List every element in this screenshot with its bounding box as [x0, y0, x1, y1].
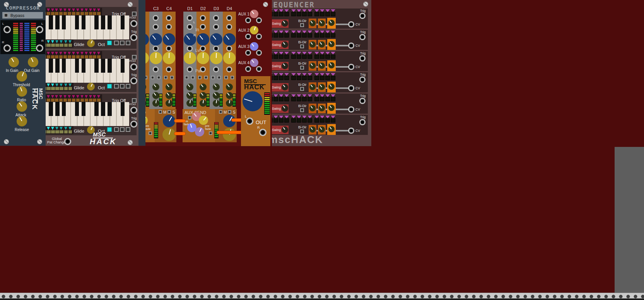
step-button[interactable]	[284, 118, 289, 123]
step-cell[interactable]	[320, 73, 325, 80]
step-button[interactable]	[302, 33, 307, 38]
step-cell[interactable]	[68, 95, 71, 102]
mute-button[interactable]	[211, 76, 215, 79]
trig-out-port[interactable]	[130, 77, 137, 84]
piano-black-key[interactable]	[49, 59, 53, 73]
step-cell[interactable]	[59, 52, 63, 58]
mute-button[interactable]	[224, 76, 228, 79]
eq-mid-knob[interactable]	[186, 92, 193, 99]
pattern-cell[interactable]	[47, 127, 51, 133]
step-button[interactable]	[307, 76, 312, 80]
step-button[interactable]	[72, 12, 75, 15]
pattern-button[interactable]	[55, 87, 59, 90]
in-r-port[interactable]	[153, 24, 159, 30]
oct-select[interactable]	[126, 41, 130, 45]
cv-knob-3[interactable]	[328, 41, 335, 47]
eq-mid-knob[interactable]	[200, 92, 207, 99]
pattern-cell[interactable]	[68, 40, 72, 47]
pan-knob[interactable]	[150, 52, 162, 64]
solo-button[interactable]	[204, 76, 208, 79]
step-cell[interactable]	[291, 9, 296, 16]
step-cell[interactable]	[314, 31, 319, 38]
step-cell[interactable]	[63, 95, 67, 102]
step-button[interactable]	[331, 33, 335, 38]
step-button[interactable]	[279, 118, 284, 123]
level-cv-port[interactable]	[187, 46, 193, 51]
step-button[interactable]	[320, 55, 325, 59]
piano-black-key[interactable]	[55, 59, 59, 73]
step-button[interactable]	[331, 118, 335, 123]
step-button[interactable]	[273, 12, 278, 16]
pan-cv-port[interactable]	[166, 66, 172, 72]
eq-low-knob[interactable]	[200, 100, 207, 107]
aux1-l-port[interactable]	[245, 17, 251, 23]
step-button[interactable]	[314, 33, 319, 38]
step-button[interactable]	[80, 55, 84, 58]
aux4-l-port[interactable]	[245, 66, 251, 72]
step-button[interactable]	[314, 97, 319, 101]
pattern-button[interactable]	[51, 87, 55, 90]
step-cell[interactable]	[273, 116, 278, 123]
voct-out-port[interactable]	[130, 107, 137, 114]
level-cv-port[interactable]	[213, 46, 219, 51]
cv-knob-3[interactable]	[328, 62, 335, 68]
step-button[interactable]	[325, 12, 330, 16]
cv-output-port[interactable]	[348, 106, 354, 112]
step-button[interactable]	[80, 12, 84, 15]
step-button[interactable]	[314, 118, 319, 123]
step-button[interactable]	[93, 99, 96, 102]
cv-knob-2[interactable]	[319, 126, 325, 133]
cv-knob-3[interactable]	[328, 105, 335, 111]
step-cell[interactable]	[302, 31, 307, 38]
eq-mid-knob[interactable]	[152, 92, 159, 99]
pattern-cell[interactable]	[64, 84, 68, 90]
piano-black-key[interactable]	[82, 102, 85, 116]
aux4-r-port[interactable]	[256, 66, 262, 72]
piano-black-key[interactable]	[94, 102, 98, 116]
in-r-port[interactable]	[213, 24, 219, 30]
step-button[interactable]	[89, 99, 92, 102]
step-cell[interactable]	[89, 52, 92, 58]
level-cv-port[interactable]	[153, 46, 159, 51]
prefade-button-1[interactable]	[188, 116, 191, 119]
pattern-button[interactable]	[64, 87, 68, 90]
eq-low-knob[interactable]	[226, 100, 233, 107]
step-cell[interactable]	[297, 52, 301, 59]
step-cell[interactable]	[47, 9, 50, 15]
step-button[interactable]	[47, 12, 50, 15]
in-r-port[interactable]	[200, 24, 206, 30]
step-button[interactable]	[291, 118, 296, 123]
step-cell[interactable]	[97, 52, 101, 58]
step-cell[interactable]	[297, 116, 301, 123]
step-cell[interactable]	[68, 9, 71, 15]
step-cell[interactable]	[307, 94, 312, 101]
step-cell[interactable]	[273, 94, 278, 101]
step-button[interactable]	[325, 76, 330, 80]
pattern-button[interactable]	[60, 87, 63, 90]
cv-knob-2[interactable]	[319, 20, 325, 26]
step-button[interactable]	[331, 76, 335, 80]
solo-button[interactable]	[170, 76, 174, 79]
swing-knob[interactable]	[282, 105, 288, 112]
step-button[interactable]	[97, 99, 101, 102]
piano-black-key[interactable]	[108, 15, 111, 29]
step-cell[interactable]	[297, 73, 301, 80]
piano-black-key[interactable]	[82, 59, 85, 73]
step-button[interactable]	[273, 55, 278, 59]
pattern-cell[interactable]	[51, 40, 55, 47]
step-button[interactable]	[59, 55, 63, 58]
step-button[interactable]	[307, 97, 312, 101]
swing-knob[interactable]	[282, 63, 288, 69]
oct-select[interactable]	[126, 84, 130, 89]
step-cell[interactable]	[47, 52, 50, 58]
level-knob[interactable]	[210, 33, 222, 46]
step-cell[interactable]	[284, 9, 289, 16]
step-button[interactable]	[331, 55, 335, 59]
trig-output-port[interactable]	[359, 119, 366, 125]
piano-black-key[interactable]	[82, 15, 85, 29]
step-cell[interactable]	[325, 9, 330, 16]
piano-black-key[interactable]	[108, 102, 111, 116]
step-button[interactable]	[273, 33, 278, 38]
step-button[interactable]	[320, 33, 325, 38]
pattern-button[interactable]	[60, 130, 63, 133]
